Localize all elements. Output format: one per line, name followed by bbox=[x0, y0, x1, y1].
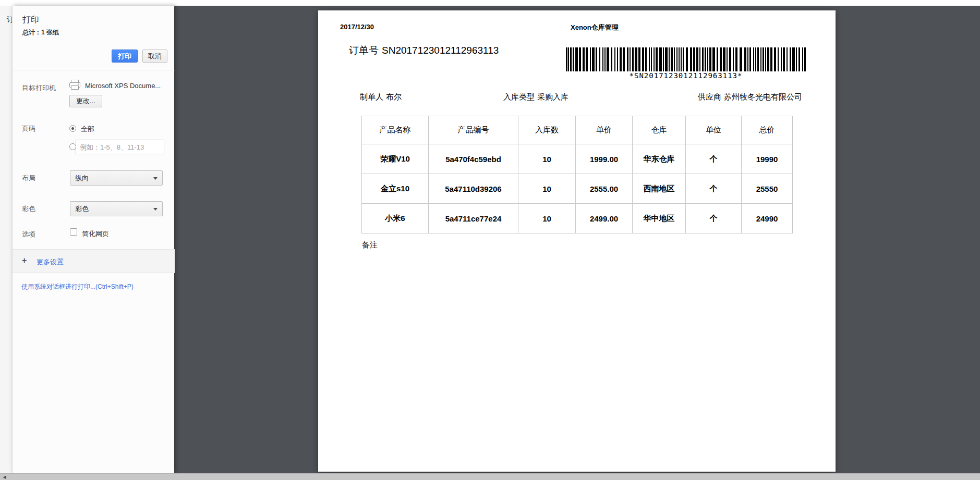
table-cell: 金立s10 bbox=[362, 174, 429, 204]
simplify-page-label[interactable]: 简化网页 bbox=[82, 229, 109, 239]
print-preview-page: 2017/12/30 Xenon仓库管理 订单号SN20171230121129… bbox=[318, 10, 836, 472]
page-range-input[interactable] bbox=[76, 140, 164, 154]
creator-field: 制单人布尔 bbox=[360, 92, 402, 102]
system-dialog-link[interactable]: 使用系统对话框进行打印...(Ctrl+Shift+P) bbox=[21, 282, 134, 291]
table-row: 小米65a4711ce77e24102499.00华中地区个24990 bbox=[362, 204, 793, 233]
print-header-title: Xenon仓库管理 bbox=[571, 23, 619, 32]
table-cell: 2555.00 bbox=[576, 174, 633, 204]
order-number-value: SN2017123012112963113 bbox=[382, 45, 499, 56]
supplier-field: 供应商苏州牧冬光电有限公司 bbox=[698, 92, 802, 102]
pages-all-option-label[interactable]: 全部 bbox=[81, 125, 94, 134]
table-cell: 个 bbox=[686, 144, 742, 174]
browser-page-left-strip: 订 bbox=[0, 6, 12, 473]
barcode-image bbox=[566, 47, 806, 71]
destination-label: 目标打印机 bbox=[22, 83, 56, 93]
column-header: 产品名称 bbox=[362, 116, 429, 144]
pages-label: 页码 bbox=[22, 124, 35, 133]
more-settings-row[interactable]: + 更多设置 bbox=[13, 249, 175, 273]
table-header-row: 产品名称产品编号入库数单价仓库单位总价 bbox=[362, 116, 793, 144]
table-cell: 小米6 bbox=[362, 204, 429, 233]
printer-icon bbox=[69, 79, 81, 90]
remark-label: 备注 bbox=[362, 240, 378, 250]
total-sheets-text: 总计：1 张纸 bbox=[22, 28, 59, 37]
creator-label: 制单人 bbox=[360, 92, 383, 101]
table-cell: 10 bbox=[518, 174, 576, 204]
table-cell: 2499.00 bbox=[576, 204, 633, 233]
table-cell: 24990 bbox=[742, 204, 793, 233]
change-printer-button[interactable]: 更改... bbox=[69, 95, 102, 107]
table-cell: 个 bbox=[686, 174, 742, 204]
products-table: 产品名称产品编号入库数单价仓库单位总价 荣耀V105a470f4c59ebd10… bbox=[361, 116, 793, 233]
supplier-value: 苏州牧冬光电有限公司 bbox=[724, 92, 802, 101]
print-header-date: 2017/12/30 bbox=[340, 23, 374, 31]
plus-icon: + bbox=[22, 256, 27, 265]
table-row: 荣耀V105a470f4c59ebd101999.00华东仓库个19990 bbox=[362, 144, 793, 174]
color-select[interactable]: 彩色 bbox=[70, 201, 163, 216]
layout-label: 布局 bbox=[22, 174, 35, 183]
column-header: 产品编号 bbox=[429, 116, 518, 144]
cancel-button[interactable]: 取消 bbox=[142, 50, 167, 63]
column-header: 总价 bbox=[742, 116, 793, 144]
table-cell: 25550 bbox=[742, 174, 793, 204]
order-number-label: 订单号 bbox=[349, 45, 379, 56]
inbound-type-label: 入库类型 bbox=[503, 92, 535, 101]
column-header: 仓库 bbox=[633, 116, 686, 144]
color-label: 彩色 bbox=[22, 204, 35, 214]
table-row: 金立s105a47110d39206102555.00西南地区个25550 bbox=[362, 174, 793, 204]
table-cell: 10 bbox=[518, 204, 576, 233]
table-cell: 19990 bbox=[742, 144, 793, 174]
scroll-left-arrow-icon[interactable]: ◀ bbox=[0, 474, 9, 480]
color-selected-value: 彩色 bbox=[75, 204, 89, 214]
column-header: 单价 bbox=[576, 116, 633, 144]
table-cell: 1999.00 bbox=[576, 144, 633, 174]
table-cell: 华东仓库 bbox=[633, 144, 686, 174]
print-settings-panel: 打印 总计：1 张纸 打印 取消 目标打印机 Microsoft XPS Doc… bbox=[12, 6, 174, 473]
print-button[interactable]: 打印 bbox=[112, 50, 138, 63]
order-number-line: 订单号SN2017123012112963113 bbox=[349, 44, 499, 57]
inbound-type-value: 采购入库 bbox=[537, 92, 568, 101]
layout-selected-value: 纵向 bbox=[75, 174, 89, 183]
table-cell: 荣耀V10 bbox=[362, 144, 429, 174]
section-divider bbox=[13, 70, 175, 70]
supplier-label: 供应商 bbox=[698, 92, 721, 101]
barcode-caption: *SN2017123012112963113* bbox=[566, 71, 806, 80]
horizontal-scrollbar[interactable]: ◀ bbox=[0, 473, 980, 480]
document-meta-row: 制单人布尔 入库类型采购入库 供应商苏州牧冬光电有限公司 bbox=[318, 92, 836, 103]
table-cell: 西南地区 bbox=[633, 174, 686, 204]
options-label: 选项 bbox=[22, 230, 35, 239]
simplify-page-checkbox[interactable] bbox=[70, 228, 77, 236]
column-header: 入库数 bbox=[518, 116, 576, 144]
column-header: 单位 bbox=[686, 116, 742, 144]
selected-printer-name: Microsoft XPS Docume... bbox=[85, 82, 175, 90]
pages-all-radio[interactable] bbox=[69, 125, 76, 132]
table-cell: 5a47110d39206 bbox=[429, 174, 518, 204]
table-cell: 个 bbox=[686, 204, 742, 233]
creator-value: 布尔 bbox=[386, 92, 402, 101]
inbound-type-field: 入库类型采购入库 bbox=[503, 92, 568, 102]
table-cell: 5a4711ce77e24 bbox=[429, 204, 518, 233]
table-cell: 10 bbox=[518, 144, 576, 174]
browser-page-top-strip bbox=[0, 0, 980, 6]
barcode-block: *SN2017123012112963113* bbox=[566, 47, 806, 80]
table-cell: 5a470f4c59ebd bbox=[429, 144, 518, 174]
layout-select[interactable]: 纵向 bbox=[70, 170, 163, 186]
table-cell: 华中地区 bbox=[633, 204, 686, 233]
dialog-title: 打印 bbox=[22, 15, 39, 26]
more-settings-link[interactable]: 更多设置 bbox=[37, 257, 64, 267]
